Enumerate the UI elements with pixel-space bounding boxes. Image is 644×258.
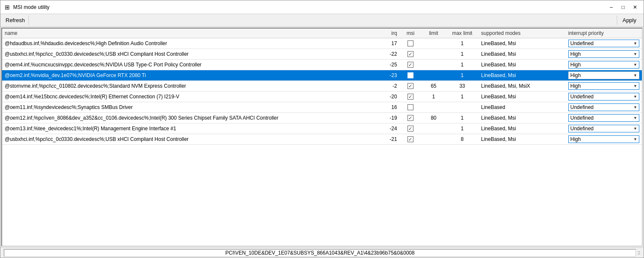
apply-button[interactable]: Apply (617, 15, 642, 25)
table-row[interactable]: @oem11.inf,%syndevicedesc%;Synaptics SMB… (2, 102, 642, 113)
resize-grip: :: (638, 250, 640, 255)
cell-limit (422, 38, 446, 49)
priority-dropdown[interactable]: Undefined▼ (568, 93, 639, 100)
table-container[interactable]: name irq msi limit max limit supported m… (2, 29, 642, 246)
msi-checkbox[interactable] (407, 62, 413, 68)
cell-priority[interactable]: High▼ (566, 60, 642, 70)
priority-value: Undefined (570, 115, 594, 121)
cell-supported-modes: LineBased, Msi (479, 113, 566, 123)
cell-name: @oem2.inf,%nvidia_dev.1e07%;NVIDIA GeFor… (2, 70, 372, 81)
table-row[interactable]: @oem12.inf,%pci\ven_8086&dev_a352&cc_010… (2, 113, 642, 123)
cell-msi[interactable] (399, 81, 421, 92)
cell-limit: 80 (422, 113, 446, 123)
cell-priority[interactable]: High▼ (566, 134, 642, 145)
cell-limit: 65 (422, 81, 446, 92)
table-row[interactable]: @hdaudbus.inf,%hdaudio.devicedesc%;High … (2, 38, 642, 49)
table-row[interactable]: @oem4.inf,%ucmcxucsinvppc.devicedesc%;NV… (2, 60, 642, 70)
priority-dropdown[interactable]: Undefined▼ (568, 114, 639, 122)
msi-checkbox[interactable] (407, 136, 413, 142)
cell-priority[interactable]: High▼ (566, 70, 642, 81)
table-row[interactable]: @oem14.inf,%e15bcnc.devicedesc%;Intel(R)… (2, 92, 642, 102)
cell-supported-modes: LineBased, Msi (479, 70, 566, 81)
msi-checkbox[interactable] (407, 126, 413, 132)
cell-priority[interactable]: Undefined▼ (566, 123, 642, 134)
cell-msi[interactable] (399, 70, 421, 81)
maximize-button[interactable]: □ (618, 3, 628, 11)
msi-checkbox[interactable] (407, 72, 413, 78)
cell-msi[interactable] (399, 92, 421, 102)
cell-irq: -24 (372, 123, 399, 134)
cell-supported-modes: LineBased, Msi (479, 49, 566, 60)
cell-msi[interactable] (399, 102, 421, 113)
cell-irq: -21 (372, 134, 399, 145)
window-controls: – □ ✕ (606, 3, 640, 11)
cell-supported-modes: LineBased, Msi (479, 92, 566, 102)
table-row[interactable]: @usbxhci.inf,%pci\cc_0c0330.devicedesc%;… (2, 49, 642, 60)
cell-irq: -25 (372, 60, 399, 70)
chevron-down-icon: ▼ (633, 126, 637, 131)
table-row[interactable]: @oem2.inf,%nvidia_dev.1e07%;NVIDIA GeFor… (2, 70, 642, 81)
refresh-button[interactable]: Refresh (2, 15, 29, 25)
cell-priority[interactable]: High▼ (566, 49, 642, 60)
cell-msi[interactable] (399, 123, 421, 134)
close-button[interactable]: ✕ (630, 3, 640, 11)
chevron-down-icon: ▼ (633, 116, 637, 120)
msi-checkbox[interactable] (407, 115, 413, 121)
priority-value: High (570, 83, 581, 89)
priority-dropdown[interactable]: Undefined▼ (568, 40, 639, 47)
priority-value: Undefined (570, 40, 594, 46)
cell-supported-modes: LineBased, Msi (479, 123, 566, 134)
chevron-down-icon: ▼ (633, 137, 637, 141)
status-text: PCI\VEN_10DE&DEV_1E07&SUBSYS_866A1043&RE… (4, 249, 636, 257)
cell-priority[interactable]: Undefined▼ (566, 102, 642, 113)
msi-checkbox[interactable] (407, 104, 413, 110)
cell-name: @usbxhci.inf,%pci\cc_0c0330.devicedesc%;… (2, 134, 372, 145)
priority-value: High (570, 62, 581, 68)
cell-max-limit: 1 (446, 60, 479, 70)
msi-checkbox[interactable] (407, 94, 413, 100)
chevron-down-icon: ▼ (633, 105, 637, 109)
cell-msi[interactable] (399, 49, 421, 60)
cell-priority[interactable]: Undefined▼ (566, 113, 642, 123)
cell-irq: 16 (372, 102, 399, 113)
priority-dropdown[interactable]: High▼ (568, 50, 639, 58)
cell-irq: -19 (372, 113, 399, 123)
toolbar: Refresh Apply (0, 14, 644, 27)
priority-dropdown[interactable]: High▼ (568, 72, 639, 79)
cell-msi[interactable] (399, 38, 421, 49)
cell-msi[interactable] (399, 60, 421, 70)
msi-checkbox[interactable] (407, 51, 413, 57)
cell-limit (422, 49, 446, 60)
priority-dropdown[interactable]: Undefined▼ (568, 125, 639, 132)
priority-dropdown[interactable]: Undefined▼ (568, 103, 639, 111)
msi-checkbox[interactable] (407, 40, 413, 46)
cell-name: @usbxhci.inf,%pci\cc_0c0330.devicedesc%;… (2, 49, 372, 60)
cell-limit (422, 102, 446, 113)
cell-max-limit: 1 (446, 92, 479, 102)
table-body: @hdaudbus.inf,%hdaudio.devicedesc%;High … (2, 38, 642, 145)
priority-dropdown[interactable]: High▼ (568, 61, 639, 69)
msi-checkbox[interactable] (407, 83, 413, 89)
cell-irq: -22 (372, 49, 399, 60)
chevron-down-icon: ▼ (633, 84, 637, 88)
table-row[interactable]: @stomvme.inf,%pci\cc_010802.devicedesc%;… (2, 81, 642, 92)
cell-priority[interactable]: High▼ (566, 81, 642, 92)
cell-msi[interactable] (399, 134, 421, 145)
cell-priority[interactable]: Undefined▼ (566, 92, 642, 102)
priority-value: Undefined (570, 126, 594, 132)
cell-irq: -2 (372, 81, 399, 92)
cell-msi[interactable] (399, 113, 421, 123)
title-bar: ⊞ MSI mode utility – □ ✕ (0, 0, 644, 14)
priority-dropdown[interactable]: High▼ (568, 82, 639, 90)
chevron-down-icon: ▼ (633, 41, 637, 46)
cell-priority[interactable]: Undefined▼ (566, 38, 642, 49)
header-interrupt-priority: interrupt priority (566, 29, 642, 38)
priority-value: Undefined (570, 104, 594, 110)
priority-dropdown[interactable]: High▼ (568, 135, 639, 143)
minimize-button[interactable]: – (606, 3, 616, 11)
table-header-row: name irq msi limit max limit supported m… (2, 29, 642, 38)
table-row[interactable]: @oem13.inf,%tee_devicedesc1%;Intel(R) Ma… (2, 123, 642, 134)
cell-name: @oem14.inf,%e15bcnc.devicedesc%;Intel(R)… (2, 92, 372, 102)
header-limit: limit (422, 29, 446, 38)
table-row[interactable]: @usbxhci.inf,%pci\cc_0c0330.devicedesc%;… (2, 134, 642, 145)
